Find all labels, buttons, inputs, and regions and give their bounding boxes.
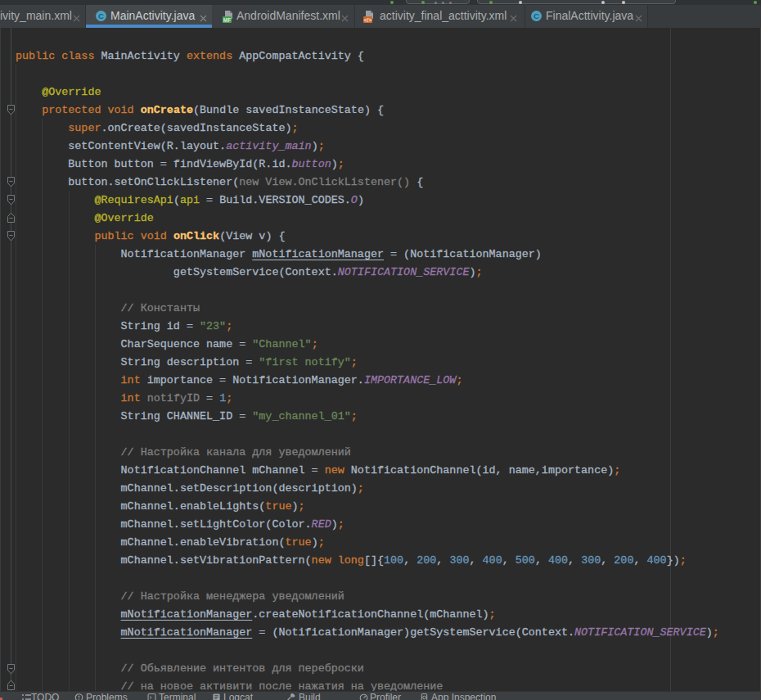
svg-text:C: C [98,11,104,20]
svg-text:</>: </> [364,17,372,23]
svg-text:C: C [534,11,539,20]
svg-text:MF: MF [223,17,231,23]
